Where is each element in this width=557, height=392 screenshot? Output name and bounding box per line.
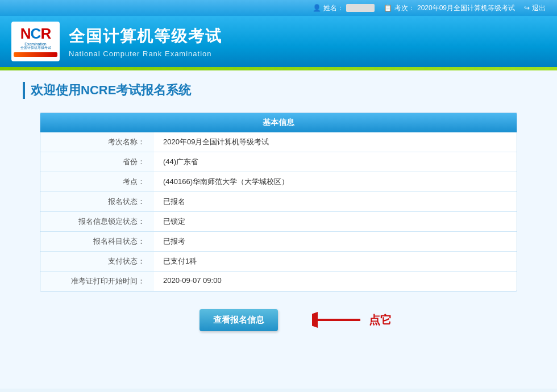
row-value: 已报名 [154,192,517,211]
row-label: 报名信息锁定状态： [40,212,154,231]
exam-value: 2020年09月全国计算机等级考试 [417,3,515,13]
row-value: (44)广东省 [154,152,517,172]
logout-icon: ↪ [524,4,530,12]
table-row: 报名科目状态：已报考 [40,232,517,252]
table-row: 报名信息锁定状态：已锁定 [40,212,517,232]
exam-name-item: 📋 考次： 2020年09月全国计算机等级考试 [384,3,515,13]
table-row: 考次名称：2020年09月全国计算机等级考试 [40,132,517,152]
logo-bottom-bar [14,52,57,57]
table-row: 考点：(440166)华南师范大学（大学城校区） [40,172,517,192]
info-table-header: 基本信息 [40,113,517,132]
logo-ncr-text: NCR [20,26,51,41]
header-subtitle: National Computer Rank Examination [69,49,222,58]
row-label: 省份： [40,152,154,172]
annotation-area: 点它 [312,308,392,331]
welcome-title: 欢迎使用NCRE考试报名系统 [23,82,534,99]
exam-label: 考次： [394,3,415,13]
row-value: 已支付1科 [154,252,517,271]
logo-exam-label: Examination [24,42,47,46]
table-row: 准考证打印开始时间：2020-09-07 09:00 [40,272,517,291]
logo-full-name: 全国计算机等级考试 [20,46,51,50]
header-text: 全国计算机等级考试 National Computer Rank Examina… [69,26,222,58]
row-value: (440166)华南师范大学（大学城校区） [154,172,517,191]
button-area: 查看报名信息 点它 [23,308,534,331]
logo: NCR Examination 全国计算机等级考试 [11,22,60,61]
row-value: 2020年09月全国计算机等级考试 [154,132,517,152]
row-label: 报名状态： [40,192,154,211]
user-icon: 👤 [313,4,321,12]
table-row: 省份：(44)广东省 [40,152,517,172]
table-row: 报名状态：已报名 [40,192,517,212]
row-value: 2020-09-07 09:00 [154,272,517,291]
main-content: 欢迎使用NCRE考试报名系统 基本信息 考次名称：2020年09月全国计算机等级… [0,70,557,389]
row-label: 考点： [40,172,154,191]
header: NCR Examination 全国计算机等级考试 全国计算机等级考试 Nati… [0,16,557,67]
name-label: 姓名： [323,3,344,13]
row-label: 报名科目状态： [40,232,154,251]
row-label: 准考证打印开始时间： [40,272,154,291]
row-value: 已锁定 [154,212,517,231]
top-bar: 👤 姓名： 📋 考次： 2020年09月全国计算机等级考试 ↪ 退出 [0,0,557,16]
user-name-item: 👤 姓名： [313,3,375,13]
view-registration-button[interactable]: 查看报名信息 [199,309,278,331]
arrow-icon [312,308,363,331]
annotation-text: 点它 [369,312,392,328]
row-label: 支付状态： [40,252,154,271]
table-row: 支付状态：已支付1科 [40,252,517,272]
row-label: 考次名称： [40,132,154,152]
exam-icon: 📋 [384,4,392,12]
name-value [346,4,375,12]
logout-item[interactable]: ↪ 退出 [524,3,546,13]
logout-label[interactable]: 退出 [532,3,546,13]
basic-info-table: 基本信息 考次名称：2020年09月全国计算机等级考试省份：(44)广东省考点：… [40,112,517,291]
row-value: 已报考 [154,232,517,251]
header-title: 全国计算机等级考试 [69,26,222,47]
